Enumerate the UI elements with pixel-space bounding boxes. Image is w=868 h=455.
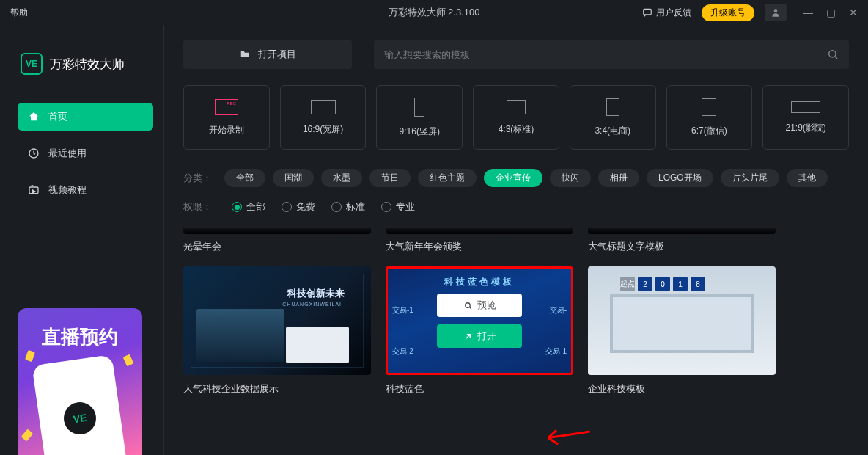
aspect-icon bbox=[215, 99, 238, 115]
sidebar-item-label: 视频教程 bbox=[48, 183, 87, 197]
svg-point-5 bbox=[465, 302, 470, 307]
template-title: 企业科技模板 bbox=[588, 382, 776, 396]
thumb-tag: 交易-1 bbox=[392, 305, 413, 316]
sidebar-item-tutorial[interactable]: 视频教程 bbox=[18, 176, 153, 204]
template-title: 大气新年年会颁奖 bbox=[386, 241, 462, 252]
search-icon[interactable] bbox=[827, 48, 839, 60]
aspect-card-3[interactable]: 4:3(标准) bbox=[473, 85, 559, 150]
template-thumb: 起点 2 0 1 8 bbox=[588, 266, 776, 375]
aspect-card-4[interactable]: 3:4(电商) bbox=[570, 85, 656, 150]
category-pill-7[interactable]: 相册 bbox=[598, 169, 639, 187]
help-menu[interactable]: 帮助 bbox=[10, 7, 28, 19]
aspect-label: 9:16(竖屏) bbox=[400, 125, 440, 138]
permission-label: 权限： bbox=[183, 200, 213, 214]
promo-dot: VE bbox=[62, 400, 98, 437]
aspect-icon bbox=[702, 98, 716, 116]
template-title: 光晕年会 bbox=[183, 241, 221, 252]
category-pill-4[interactable]: 红色主题 bbox=[418, 169, 477, 187]
template-title: 大气标题文字模板 bbox=[588, 241, 664, 252]
open-arrow-icon bbox=[463, 332, 473, 341]
category-pill-1[interactable]: 国潮 bbox=[273, 169, 314, 187]
category-pill-2[interactable]: 水墨 bbox=[321, 169, 362, 187]
folder-icon bbox=[239, 49, 251, 59]
upgrade-button[interactable]: 升级账号 bbox=[702, 4, 754, 21]
template-thumb: 科技蓝色模板 交易-1 交易- 交易-2 交易-1 预览 bbox=[386, 266, 573, 375]
category-pill-5[interactable]: 企业宣传 bbox=[484, 169, 542, 187]
logo-text: 万彩特效大师 bbox=[50, 56, 125, 73]
aspect-card-1[interactable]: 16:9(宽屏) bbox=[280, 85, 367, 150]
template-card[interactable]: 起点 2 0 1 8 企业科技模板 bbox=[588, 266, 776, 396]
search-box[interactable] bbox=[374, 40, 849, 69]
aspect-card-2[interactable]: 9:16(竖屏) bbox=[376, 85, 463, 150]
permission-radio-1[interactable]: 免费 bbox=[282, 200, 315, 214]
thumb-banner: 科技创新未来 bbox=[287, 287, 345, 300]
template-title: 科技蓝色 bbox=[386, 382, 573, 396]
feedback-link[interactable]: 用户反馈 bbox=[642, 7, 691, 19]
thumb-tag: 交易- bbox=[550, 305, 567, 316]
aspect-icon bbox=[311, 100, 336, 114]
preview-button[interactable]: 预览 bbox=[437, 294, 522, 317]
category-pill-9[interactable]: 片头片尾 bbox=[721, 169, 779, 187]
user-avatar[interactable] bbox=[765, 4, 787, 21]
radio-icon bbox=[331, 202, 342, 212]
svg-rect-0 bbox=[644, 9, 652, 15]
minimize-button[interactable]: — bbox=[803, 7, 813, 18]
category-pill-0[interactable]: 全部 bbox=[224, 169, 265, 187]
promo-phone: VE bbox=[32, 354, 128, 455]
sidebar-item-recent[interactable]: 最近使用 bbox=[18, 139, 153, 167]
maximize-button[interactable]: ▢ bbox=[826, 7, 836, 18]
thumb-tag: 交易-2 bbox=[392, 346, 413, 357]
permission-radio-2[interactable]: 标准 bbox=[331, 200, 365, 214]
open-template-button[interactable]: 打开 bbox=[437, 324, 522, 348]
aspect-label: 3:4(电商) bbox=[595, 125, 630, 137]
aspect-label: 4:3(标准) bbox=[499, 123, 534, 136]
radio-label: 标准 bbox=[346, 200, 365, 214]
svg-point-1 bbox=[774, 9, 778, 12]
aspect-icon bbox=[507, 100, 526, 114]
template-card[interactable]: 科技创新未来 CHUANGXINWEILAI 大气科技企业数据展示 bbox=[183, 266, 371, 396]
category-pill-6[interactable]: 快闪 bbox=[550, 169, 591, 187]
thumb-sub: CHUANGXINWEILAI bbox=[282, 302, 342, 307]
open-project-label: 打开项目 bbox=[258, 48, 296, 61]
sidebar-item-home[interactable]: 首页 bbox=[18, 103, 153, 131]
sidebar-item-label: 最近使用 bbox=[48, 147, 87, 160]
template-card-selected[interactable]: 科技蓝色模板 交易-1 交易- 交易-2 交易-1 预览 bbox=[386, 266, 573, 396]
radio-label: 全部 bbox=[246, 200, 265, 214]
video-icon bbox=[28, 184, 40, 196]
thumb-tag: 交易-1 bbox=[545, 346, 567, 357]
clock-icon bbox=[28, 148, 40, 159]
thumb-chip: 8 bbox=[691, 277, 705, 291]
promo-title: 直播预约 bbox=[18, 308, 142, 350]
aspect-card-5[interactable]: 6:7(微信) bbox=[666, 85, 753, 150]
template-thumb: 科技创新未来 CHUANGXINWEILAI bbox=[183, 266, 371, 375]
radio-icon bbox=[282, 202, 292, 212]
aspect-icon bbox=[606, 98, 619, 116]
category-label: 分类： bbox=[183, 172, 213, 185]
open-project-button[interactable]: 打开项目 bbox=[183, 40, 352, 69]
thumb-chip: 起点 bbox=[620, 277, 635, 291]
thumb-chip: 2 bbox=[638, 277, 652, 291]
home-icon bbox=[28, 111, 40, 123]
aspect-card-0[interactable]: 开始录制 bbox=[183, 85, 270, 150]
magnifier-icon bbox=[463, 301, 473, 310]
person-icon bbox=[770, 7, 781, 18]
aspect-card-6[interactable]: 21:9(影院) bbox=[762, 85, 849, 150]
permission-radio-0[interactable]: 全部 bbox=[232, 200, 265, 214]
promo-banner[interactable]: 直播预约 VE bbox=[18, 308, 142, 455]
template-title: 大气科技企业数据展示 bbox=[183, 382, 371, 396]
search-input[interactable] bbox=[384, 49, 827, 60]
category-pill-8[interactable]: LOGO开场 bbox=[647, 169, 713, 187]
radio-icon bbox=[381, 202, 391, 212]
close-button[interactable]: ✕ bbox=[849, 7, 858, 18]
category-pill-3[interactable]: 节日 bbox=[369, 169, 411, 187]
thumb-chip: 1 bbox=[673, 277, 688, 291]
open-label: 打开 bbox=[477, 330, 496, 343]
thumb-banner: 科技蓝色模板 bbox=[444, 276, 515, 288]
permission-radio-3[interactable]: 专业 bbox=[381, 200, 415, 214]
logo-mark: VE bbox=[21, 53, 43, 75]
category-pill-10[interactable]: 其他 bbox=[787, 169, 828, 187]
window-title: 万彩特效大师 2.3.100 bbox=[389, 6, 480, 19]
feedback-label: 用户反馈 bbox=[656, 7, 691, 19]
radio-icon bbox=[232, 202, 242, 212]
sidebar-item-label: 首页 bbox=[48, 110, 67, 123]
